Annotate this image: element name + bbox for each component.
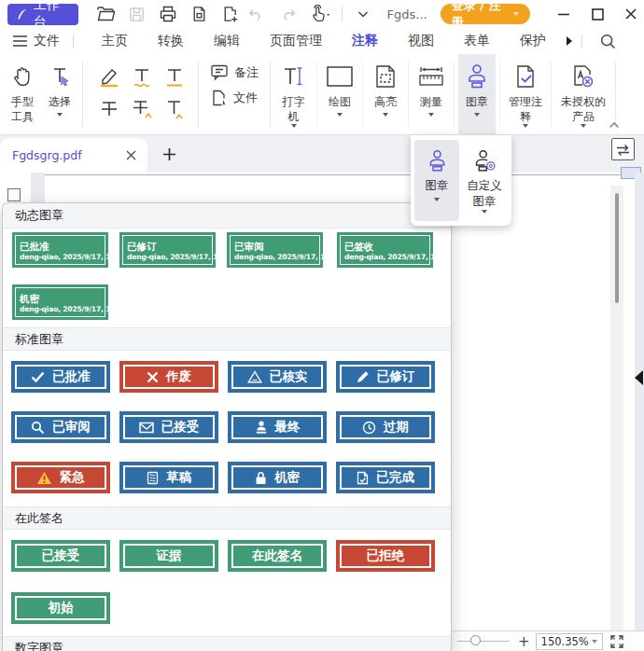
area-highlight-button[interactable]: 高亮 — [367, 54, 404, 134]
standard-stamp-verified[interactable]: 已核实 — [228, 361, 327, 393]
stamp-title: 已批准 — [20, 241, 101, 253]
stamp-icon — [426, 146, 449, 174]
chevron-down-icon[interactable] — [353, 3, 373, 25]
minimize-button[interactable] — [551, 2, 577, 26]
export-page-icon[interactable] — [189, 3, 209, 25]
zoom-level-select[interactable]: 150.35% — [536, 633, 603, 650]
login-register-button[interactable]: 登录 / 注册 — [441, 4, 530, 24]
drawing-button[interactable]: 绘图 — [321, 54, 358, 134]
login-caret-icon — [513, 12, 519, 16]
standard-stamp-final[interactable]: 最终 — [228, 411, 327, 443]
redo-icon[interactable] — [277, 3, 298, 25]
note-button[interactable]: 备注 — [210, 63, 259, 81]
stamp-label: 已拒绝 — [367, 547, 405, 564]
squiggly-underline-icon[interactable] — [130, 65, 154, 90]
menu-item-home[interactable]: 主页 — [102, 29, 128, 53]
strikethrough-icon[interactable] — [97, 97, 121, 121]
sign-stamp-evidence[interactable]: 证据 — [119, 540, 218, 572]
dynamic-stamp-received[interactable]: 已签收 deng-qiao, 2025/9/17, 15:20:37 — [337, 232, 433, 268]
ribbon-separator — [551, 62, 552, 127]
text-markup-group — [92, 62, 190, 134]
standard-stamp-accepted[interactable]: 已接受 — [119, 411, 218, 443]
stamp-menu-item[interactable]: 图章 — [414, 140, 459, 221]
doc-check-icon — [514, 62, 537, 91]
replace-text-icon[interactable] — [130, 97, 154, 121]
workbench-button[interactable]: 工作台 — [7, 4, 78, 25]
touch-mode-icon[interactable] — [308, 3, 330, 25]
dynamic-stamp-approved[interactable]: 已批准 deng-qiao, 2025/9/17, 15:20:37 — [12, 232, 108, 268]
select-all-checkbox[interactable] — [7, 188, 21, 201]
unauthorized-product-button[interactable]: 未授权的产品 — [555, 54, 611, 134]
menu-file[interactable]: 文件 — [13, 33, 60, 49]
insert-text-icon[interactable] — [162, 97, 187, 121]
attach-file-button[interactable]: 文件 — [210, 89, 259, 107]
vertical-scrollbar[interactable] — [610, 186, 623, 633]
quill-icon — [15, 7, 29, 21]
stamp-label: 在此签名 — [252, 547, 302, 564]
zoom-level-value: 150.35% — [541, 635, 592, 648]
stamp-label: 图章 — [466, 95, 488, 110]
menu-item-view[interactable]: 视图 — [408, 29, 434, 53]
menu-item-comment[interactable]: 注释 — [352, 29, 378, 53]
standard-stamp-confidential[interactable]: 机密 — [228, 462, 327, 493]
search-icon[interactable] — [599, 33, 617, 50]
collapse-right-panel-arrow[interactable] — [635, 370, 643, 385]
collapse-ribbon-icon[interactable] — [609, 121, 620, 129]
standard-stamp-urgent[interactable]: 紧急 — [11, 462, 110, 493]
manage-comments-button[interactable]: 管理注释 — [504, 54, 547, 134]
standard-stamp-completed[interactable]: 已完成 — [336, 462, 435, 493]
sign-stamp-accepted[interactable]: 已接受 — [11, 540, 110, 572]
zoom-slider-handle[interactable] — [470, 635, 481, 645]
standard-stamp-row: 已批准 作废 已核实 已修订 — [3, 361, 451, 393]
dynamic-stamp-revised[interactable]: 已修订 deng-qiao, 2025/9/17, 15:20:37 — [119, 232, 216, 268]
document-tab[interactable]: Fgdsgrg.pdf — [0, 138, 147, 173]
save-icon[interactable] — [126, 3, 147, 25]
typewriter-caret-icon — [291, 124, 297, 128]
dynamic-stamp-confidential[interactable]: 机密 deng-qiao, 2025/9/17, 15:20:37 — [12, 284, 108, 320]
select-tool-button[interactable]: 选择 — [41, 54, 78, 134]
stamp-button[interactable]: 图章 — [458, 54, 496, 134]
menu-item-convert[interactable]: 转换 — [158, 29, 184, 53]
zoom-in-button[interactable]: + — [518, 633, 530, 650]
maximize-button[interactable] — [584, 2, 610, 26]
highlighter-icon[interactable] — [97, 65, 121, 90]
menu-more-arrow-icon[interactable] — [563, 32, 576, 50]
swap-view-button[interactable] — [611, 138, 635, 160]
stamp-meta: deng-qiao, 2025/9/17, 15:20:37 — [234, 253, 315, 261]
sign-stamp-sign-here[interactable]: 在此签名 — [228, 540, 327, 572]
hand-tool-button[interactable]: 手型工具 — [4, 54, 41, 134]
menu-file-label: 文件 — [34, 33, 60, 49]
sign-stamp-rejected[interactable]: 已拒绝 — [336, 540, 435, 572]
standard-stamp-expired[interactable]: 过期 — [336, 411, 435, 443]
standard-stamp-revised[interactable]: 已修订 — [336, 361, 435, 393]
close-button[interactable] — [618, 2, 644, 26]
standard-stamp-reviewed[interactable]: 已审阅 — [11, 411, 110, 443]
print-icon[interactable] — [157, 3, 177, 25]
dynamic-stamp-reviewed[interactable]: 已审阅 deng-qiao, 2025/9/17, 15:20:37 — [227, 232, 323, 268]
add-page-icon[interactable] — [219, 3, 240, 25]
menu-item-protect[interactable]: 保护 — [520, 29, 546, 53]
undo-icon[interactable] — [246, 3, 267, 25]
tab-close-icon[interactable] — [123, 148, 138, 163]
measure-button[interactable]: 测量 — [413, 54, 450, 134]
open-folder-icon[interactable] — [95, 3, 116, 25]
stamp-title: 已修订 — [127, 241, 208, 253]
standard-stamp-draft[interactable]: 草稿 — [119, 462, 218, 493]
dynamic-stamp-row: 已批准 deng-qiao, 2025/9/17, 15:20:37 已修订 d… — [3, 232, 451, 268]
sign-stamp-initial[interactable]: 初始 — [11, 592, 110, 624]
ribbon-separator — [316, 62, 317, 127]
menu-item-edit[interactable]: 编辑 — [214, 29, 240, 53]
standard-stamp-void[interactable]: 作废 — [119, 361, 218, 393]
menu-item-form[interactable]: 表单 — [464, 29, 490, 53]
new-tab-button[interactable] — [159, 144, 179, 164]
custom-stamp-menu-item[interactable]: 自定义图章 — [462, 140, 507, 221]
typewriter-button[interactable]: 打字机 — [274, 54, 313, 134]
standard-stamp-approved[interactable]: 已批准 — [11, 361, 110, 393]
select-label: 选择 — [49, 95, 71, 110]
scrollbar-thumb[interactable] — [615, 193, 619, 303]
zoom-slider[interactable] — [457, 641, 510, 643]
highlight-caret-icon — [383, 113, 388, 117]
menu-item-page-management[interactable]: 页面管理 — [270, 29, 322, 53]
underline-icon[interactable] — [162, 65, 187, 90]
fullscreen-icon[interactable] — [610, 635, 623, 648]
